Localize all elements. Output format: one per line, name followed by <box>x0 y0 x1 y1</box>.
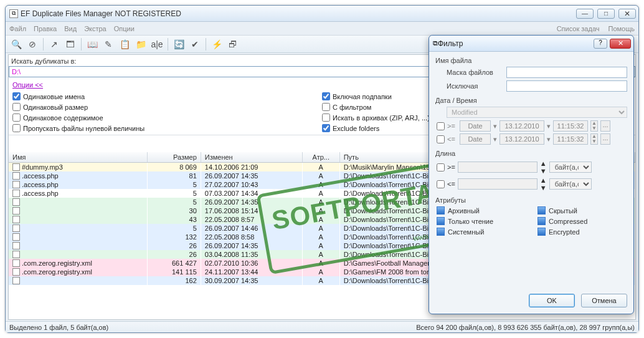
file-icon <box>12 251 20 258</box>
chk-len-ge[interactable] <box>437 163 445 171</box>
spin-ge[interactable]: ▲▼ <box>590 120 598 132</box>
app-icon: ⧉ <box>9 9 18 18</box>
toolbar-button-8[interactable]: a|e <box>150 37 164 51</box>
attr-hidden[interactable]: Скрытый <box>537 206 627 215</box>
toolbar-button-0[interactable]: 🔍 <box>9 37 23 51</box>
select-modified[interactable]: Modified <box>447 107 627 118</box>
toolbar-button-6[interactable]: 📋 <box>118 37 131 51</box>
minimize-button[interactable]: — <box>576 9 594 19</box>
chk-skip-zero-label: Пропускать файлы нулевой величины <box>23 125 144 132</box>
date-le[interactable] <box>500 133 544 145</box>
close-button[interactable]: ✕ <box>618 9 636 19</box>
unit-ge[interactable]: байт(а,ов <box>549 162 592 173</box>
date-ge[interactable] <box>500 120 544 132</box>
chk-same-size-label: Одинаковый размер <box>23 104 88 111</box>
file-icon <box>12 216 20 223</box>
group-length: Длина <box>435 150 627 157</box>
chk-search-archives-label: Искать в архивах (ZIP, ARJ, ...) <box>333 114 430 122</box>
chk-exclude-folders-label: Exclude folders <box>333 125 379 132</box>
input-len-le[interactable] <box>458 178 537 190</box>
time-le[interactable] <box>553 133 588 145</box>
chk-same-names-label: Одинаковые имена <box>23 93 85 100</box>
titlebar[interactable]: ⧉ EF Duplicate Files Manager NOT REGISTE… <box>6 6 638 22</box>
dialog-help-button[interactable]: ? <box>594 39 607 49</box>
sel-date-type-1[interactable] <box>460 120 491 132</box>
chk-len-le[interactable] <box>437 180 445 188</box>
menu-options[interactable]: Опции <box>114 25 135 32</box>
toolbar-button-11[interactable]: ⚡ <box>210 37 224 51</box>
attr-encrypted[interactable]: Encrypted <box>537 228 627 236</box>
chk-with-filter-label: С фильтром <box>333 104 371 111</box>
file-icon <box>12 190 20 197</box>
dialog-close-button[interactable]: ✕ <box>610 39 631 49</box>
menu-help[interactable]: Помощь <box>608 25 635 32</box>
attr-compressed[interactable]: Compressed <box>537 217 627 225</box>
dialog-icon: ⧉ <box>433 39 438 47</box>
col-size[interactable]: Размер <box>147 152 201 163</box>
toolbar-button-4[interactable]: 📖 <box>85 37 99 51</box>
file-icon <box>12 268 20 276</box>
col-attr[interactable]: Атр... <box>302 152 339 163</box>
menu-file[interactable]: Файл <box>9 25 26 32</box>
toolbar-button-1[interactable]: ⊘ <box>26 37 39 51</box>
toolbar-button-5[interactable]: ✎ <box>102 37 115 51</box>
chk-same-content[interactable]: Одинаковое содержимое <box>12 113 322 122</box>
label-le: <= <box>447 135 457 143</box>
file-icon <box>12 277 20 284</box>
menu-tasks[interactable]: Список задач <box>557 25 600 32</box>
file-icon <box>12 207 20 215</box>
pick-le[interactable]: ... <box>600 133 610 145</box>
toolbar-button-12[interactable]: 🗗 <box>226 37 240 51</box>
file-icon <box>12 242 20 249</box>
pick-ge[interactable]: ... <box>600 120 610 132</box>
col-name[interactable]: Имя <box>9 152 147 163</box>
file-icon <box>12 163 20 171</box>
group-filename: Имя файла <box>435 57 627 64</box>
spin-len-ge[interactable]: ▲▼ <box>540 160 547 175</box>
chk-ge[interactable] <box>437 122 445 130</box>
time-ge[interactable] <box>553 120 588 132</box>
cancel-button[interactable]: Отмена <box>581 294 627 307</box>
toolbar-button-9[interactable]: 🔄 <box>172 37 186 51</box>
spin-le[interactable]: ▲▼ <box>590 133 598 145</box>
label-len-le: <= <box>447 180 455 188</box>
group-datetime: Дата / Время <box>435 97 627 104</box>
attr-archive[interactable]: Архивный <box>437 206 526 215</box>
chk-same-size[interactable]: Одинаковый размер <box>12 103 322 111</box>
label-ge: >= <box>447 122 457 130</box>
chk-skip-zero[interactable]: Пропускать файлы нулевой величины <box>12 124 322 132</box>
toolbar-button-10[interactable]: ✔ <box>188 37 202 51</box>
unit-le[interactable]: байт(а,ов <box>549 178 592 190</box>
status-right: Всего 94 200 файл(а,ов), 8 993 626 355 б… <box>416 324 635 331</box>
menu-edit[interactable]: Правка <box>34 25 57 32</box>
file-icon <box>12 172 20 180</box>
attr-readonly[interactable]: Только чтение <box>437 217 526 225</box>
chk-same-names[interactable]: Одинаковые имена <box>12 92 322 100</box>
input-len-ge[interactable] <box>458 162 537 173</box>
attr-system[interactable]: Системный <box>437 228 526 236</box>
file-icon <box>12 225 20 232</box>
status-left: Выделено 1 файл, 5 байт(а,ов) <box>9 324 108 331</box>
sel-date-type-2[interactable] <box>460 133 491 145</box>
toolbar-button-3[interactable]: 🗔 <box>64 37 77 51</box>
toolbar-button-7[interactable]: 📁 <box>134 37 148 51</box>
label-exclude: Исключая <box>447 82 503 90</box>
menubar: Файл Правка Вид Экстра Опции Список зада… <box>6 22 638 36</box>
ok-button[interactable]: OK <box>529 294 575 307</box>
window-title: EF Duplicate Files Manager NOT REGISTERE… <box>21 9 576 18</box>
spin-len-le[interactable]: ▲▼ <box>540 176 547 191</box>
dialog-titlebar[interactable]: ⧉ Фильтр ? ✕ <box>429 36 633 52</box>
status-bar: Выделено 1 файл, 5 байт(а,ов) Всего 94 2… <box>6 321 638 332</box>
input-exclude[interactable] <box>506 80 627 92</box>
maximize-button[interactable]: □ <box>597 9 615 19</box>
input-mask[interactable] <box>506 67 627 78</box>
label-len-ge: >= <box>447 163 455 171</box>
toolbar-button-2[interactable]: ↗ <box>47 37 61 51</box>
group-attrs: Атрибуты <box>435 196 627 204</box>
col-mod[interactable]: Изменен <box>201 152 302 163</box>
chk-include-sub-label: Включая подпапки <box>333 93 392 100</box>
chk-le[interactable] <box>437 135 445 143</box>
options-toggle-link[interactable]: Опции << <box>12 81 43 89</box>
menu-extra[interactable]: Экстра <box>84 25 107 32</box>
menu-view[interactable]: Вид <box>64 25 77 32</box>
